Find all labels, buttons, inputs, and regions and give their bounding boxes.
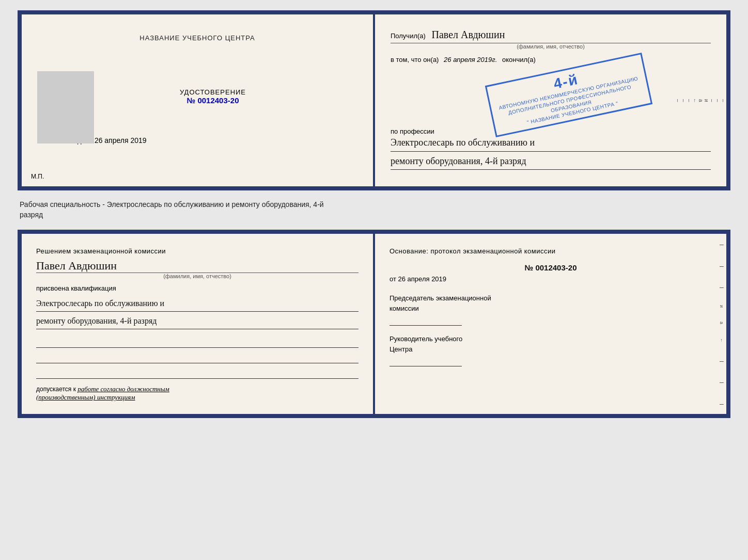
profession-block: по профессии Электрослесарь по обслужива… (391, 127, 711, 170)
assigned-label: присвоена квалификация (36, 284, 359, 292)
допуск-label: допускается к работе согласно должностны… (36, 385, 359, 402)
cert-label: УДОСТОВЕРЕНИЕ (68, 88, 357, 96)
stamp-grade: 4-й (492, 58, 639, 105)
signature-lines (36, 337, 359, 379)
profession-line1: Электрослесарь по обслуживанию и (391, 135, 711, 152)
edge-marks-right: – – – и а ← – – – (717, 14, 726, 186)
sig-line-2 (36, 352, 359, 363)
top-left-title: НАЗВАНИЕ УЧЕБНОГО ЦЕНТРА (37, 34, 357, 42)
bot-name-subtitle: (фамилия, имя, отчество) (36, 273, 359, 279)
top-document: НАЗВАНИЕ УЧЕБНОГО ЦЕНТРА УДОСТОВЕРЕНИЕ №… (18, 10, 730, 190)
middle-label: Рабочая специальность - Электрослесарь п… (18, 200, 730, 220)
sig-line-3 (36, 367, 359, 379)
cert-number-block: УДОСТОВЕРЕНИЕ № 0012403-20 (68, 88, 357, 105)
допуск-text: работе согласно должностным (77, 385, 169, 393)
chairman-sig-line (389, 315, 462, 326)
stamp-line3: " НАЗВАНИЕ УЧЕБНОГО ЦЕНТРА " (500, 94, 645, 132)
bot-profession-line1: Электрослесарь по обслуживанию и (36, 296, 359, 312)
right-body: в том, что он(а) 26 апреля 2019г. окончи… (391, 55, 711, 66)
cert-issued: Выдано 26 апреля 2019 (68, 136, 357, 145)
top-doc-right: Получил(а) Павел Авдюшин (фамилия, имя, … (375, 14, 726, 186)
cert-number: № 0012403-20 (187, 96, 239, 105)
bot-edge-marks-right: – – – и а ← – – – (717, 234, 726, 414)
chairman-block: Председатель экзаменационной комиссии (389, 293, 712, 326)
stamp-line2: ДОПОЛНИТЕЛЬНОГО ПРОФЕССИОНАЛЬНОГО ОБРАЗО… (497, 81, 644, 124)
bot-profession-line2: ремонту оборудования, 4-й разряд (36, 314, 359, 329)
photo-placeholder (37, 71, 94, 143)
director-block: Руководитель учебного Центра (389, 334, 712, 366)
bottom-document: Решением экзаменационной комиссии Павел … (18, 230, 730, 419)
decision-title: Решением экзаменационной комиссии (36, 246, 359, 257)
basis-number: № 0012403-20 (389, 263, 712, 272)
profession-line2: ремонту оборудования, 4-й разряд (391, 154, 711, 170)
bot-doc-right: Основание: протокол экзаменационной коми… (375, 234, 726, 414)
basis-title: Основание: протокол экзаменационной коми… (389, 246, 712, 257)
top-doc-left: НАЗВАНИЕ УЧЕБНОГО ЦЕНТРА УДОСТОВЕРЕНИЕ №… (22, 14, 373, 186)
received-line: Получил(а) Павел Авдюшин (391, 29, 711, 41)
sig-line-1 (36, 337, 359, 348)
допуск-text2: (производственным) инструкциям (36, 393, 135, 401)
director-sig-line (389, 356, 462, 366)
bot-person-name: Павел Авдюшин (36, 259, 359, 273)
stamp-line1: АВТОНОМНУЮ НЕКОММЕРЧЕСКУЮ ОРГАНИЗАЦИЮ (496, 75, 641, 112)
name-subtitle: (фамилия, имя, отчество) (391, 43, 711, 50)
basis-date: от 26 апреля 2019 (389, 275, 712, 283)
bot-doc-left: Решением экзаменационной комиссии Павел … (22, 234, 373, 414)
mp-label: М.П. (31, 173, 44, 180)
